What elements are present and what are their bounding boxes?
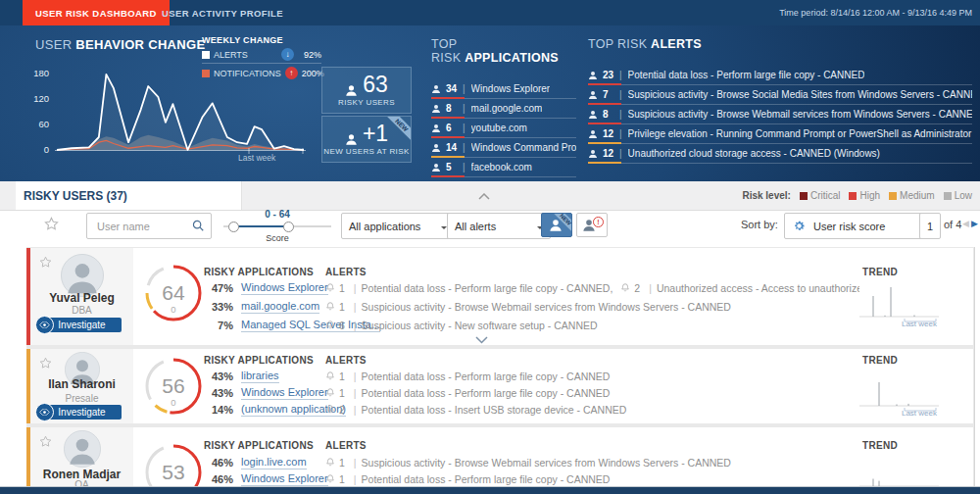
time-period-label: Time period: 8/14/16 12:00 AM - 9/13/16 … — [779, 0, 972, 25]
trend-sparkline: Last week — [858, 370, 941, 420]
bell-icon — [325, 370, 335, 381]
filter-alerted-users-button[interactable]: ! — [576, 213, 608, 237]
separator: | — [354, 282, 357, 294]
favorite-star-icon[interactable] — [39, 357, 52, 370]
alerts-swatch — [202, 51, 210, 59]
risk-legend-label: Medium — [900, 190, 935, 201]
slider-handle-max[interactable] — [283, 222, 294, 232]
page-total-label: of 4 — [944, 219, 961, 230]
application-percent: 43% — [204, 370, 233, 382]
user-row: Yuval PelegDBAInvestigate640RISKY APPLIC… — [26, 248, 973, 345]
user-row: Ilan SharoniPresaleInvestigate560RISKY A… — [26, 349, 973, 423]
bell-icon — [325, 387, 335, 398]
risk-color-swatch — [849, 192, 857, 200]
score-label: Score — [223, 233, 331, 243]
top-risk-application-item[interactable]: 8|mail.google.com — [431, 99, 576, 119]
page-number-input[interactable]: 1 — [919, 213, 941, 239]
filter-new-users-button[interactable]: NEW — [541, 213, 572, 237]
person-icon — [431, 84, 441, 94]
search-icon[interactable] — [191, 219, 205, 232]
application-link[interactable]: Windows Explorer — [241, 281, 328, 295]
top-risk-application-item[interactable]: 14|Windows Command Processor — [431, 138, 576, 158]
tab-user-risk-dashboard[interactable]: USER RISK DASHBOARD — [23, 0, 170, 25]
slider-handle-min[interactable] — [228, 222, 239, 232]
investigate-label: Investigate — [58, 320, 105, 330]
application-link[interactable]: libraries — [241, 370, 279, 383]
behavior-chart — [55, 69, 308, 159]
alert-text: Suspicious activity - Browse Webmail ser… — [362, 457, 731, 469]
item-label: mail.google.com — [471, 103, 543, 114]
person-icon — [345, 127, 358, 140]
top-risk-application-item[interactable]: 6|youtube.com — [431, 119, 576, 138]
separator: | — [619, 89, 622, 100]
top-risk-alert-item[interactable]: 12|Unauthorized cloud storage access - C… — [588, 144, 972, 164]
person-icon — [431, 163, 441, 173]
applications-dropdown[interactable]: All applications — [341, 213, 455, 239]
alerts-dropdown[interactable]: All alerts — [447, 213, 551, 239]
separator: | — [463, 162, 466, 173]
top-risk-application-item[interactable]: 34|Windows Explorer — [431, 79, 576, 99]
user-name-search — [86, 213, 212, 239]
previous-page-icon[interactable]: ◀ — [962, 219, 969, 228]
risky-users-panel: RISKY USERS (37) Risk level: CriticalHig… — [0, 181, 980, 494]
next-page-icon[interactable]: ▶ — [971, 219, 978, 228]
column-header-trend: TREND — [862, 355, 898, 366]
top-risk-alert-item[interactable]: 23|Potential data loss - Perform large f… — [588, 66, 972, 85]
top-risk-application-item[interactable]: 5|facebook.com — [431, 158, 576, 177]
bottom-status-bar — [0, 486, 980, 494]
expand-row-icon[interactable] — [475, 332, 488, 340]
separator: | — [463, 142, 466, 153]
risk-color-swatch — [944, 192, 952, 200]
investigate-button[interactable]: Investigate — [43, 318, 122, 332]
tab-user-activity-profile[interactable]: USER ACTIVITY PROFILE — [152, 0, 293, 25]
application-link[interactable]: Windows Explorer — [241, 386, 328, 400]
risk-level-label: Risk level: — [742, 190, 790, 201]
separator: | — [619, 148, 622, 159]
y-axis-tick: 120 — [25, 93, 49, 104]
user-name: Ilan Sharoni — [30, 377, 133, 391]
severity-underline — [588, 162, 621, 164]
kpi-risky-users[interactable]: 63 RISKY USERS — [321, 67, 412, 114]
column-header-applications: RISKY APPLICATIONS — [204, 355, 314, 366]
favorite-star-icon[interactable] — [39, 256, 52, 269]
alert-text: Potential data loss - Perform large file… — [362, 387, 611, 399]
risky-application-item: 43%libraries — [204, 369, 279, 383]
collapse-dashboard-icon[interactable] — [472, 187, 492, 201]
separator: | — [354, 387, 357, 399]
search-input[interactable] — [95, 216, 189, 236]
application-percent: 7% — [204, 320, 233, 331]
application-link[interactable]: mail.google.com — [241, 300, 319, 314]
top-risk-alert-item[interactable]: 8|Suspicious activity - Browse Webmail s… — [588, 105, 972, 124]
risk-score-value: 64 — [162, 281, 185, 304]
favorite-star-icon[interactable] — [39, 435, 52, 448]
y-axis-tick: 60 — [25, 119, 49, 129]
risk-score-gauge: 640 — [141, 261, 206, 325]
risk-score-value: 56 — [162, 374, 184, 397]
sort-by-label: Sort by: — [741, 219, 778, 230]
alert-count: 1 — [339, 473, 345, 485]
bell-icon — [325, 282, 335, 293]
risky-application-item: 43%Windows Explorer — [204, 385, 328, 400]
risk-legend-label: Low — [955, 190, 972, 201]
severity-underline — [431, 175, 465, 177]
application-link[interactable]: login.live.com — [241, 456, 307, 469]
application-link[interactable]: Windows Explorer — [241, 472, 328, 486]
separator: | — [619, 109, 622, 120]
item-count: 8 — [446, 103, 463, 114]
favorites-filter-star-icon[interactable] — [43, 217, 59, 232]
risk-color-swatch — [800, 192, 808, 200]
alerts-change-value: 92% — [298, 50, 321, 60]
eye-icon — [35, 316, 54, 334]
application-percent: 46% — [204, 473, 233, 485]
risky-application-item: 47%Windows Explorer — [204, 280, 328, 295]
alert-text: Suspicious activity - Browse Webmail ser… — [362, 301, 731, 313]
investigate-button[interactable]: Investigate — [43, 405, 122, 420]
top-risk-alert-item[interactable]: 12|Privilege elevation - Running Command… — [588, 124, 972, 144]
risky-users-tab[interactable]: RISKY USERS (37) — [16, 181, 242, 210]
top-risk-alert-item[interactable]: 7|Suspicious activity - Browse Social Me… — [588, 85, 972, 105]
kpi-new-users-at-risk[interactable]: NEW +1 NEW USERS AT RISK — [321, 116, 412, 163]
alerts-dropdown-value: All alerts — [455, 221, 496, 232]
sort-by-dropdown[interactable]: User risk score — [784, 213, 929, 239]
person-icon — [345, 78, 358, 91]
separator: | — [354, 457, 357, 469]
